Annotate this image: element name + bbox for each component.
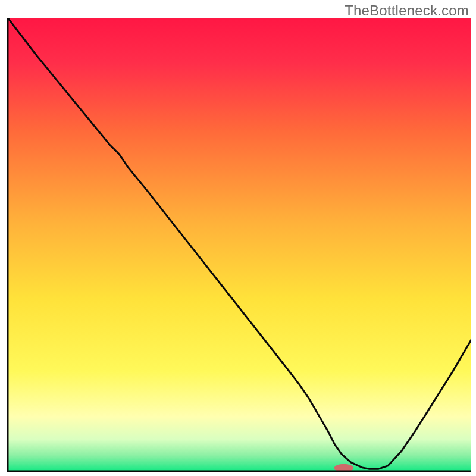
watermark-text: TheBottleneck.com xyxy=(345,2,469,19)
chart-stage: TheBottleneck.com xyxy=(0,0,476,476)
bottleneck-chart xyxy=(0,0,476,476)
gradient-background xyxy=(8,18,471,471)
